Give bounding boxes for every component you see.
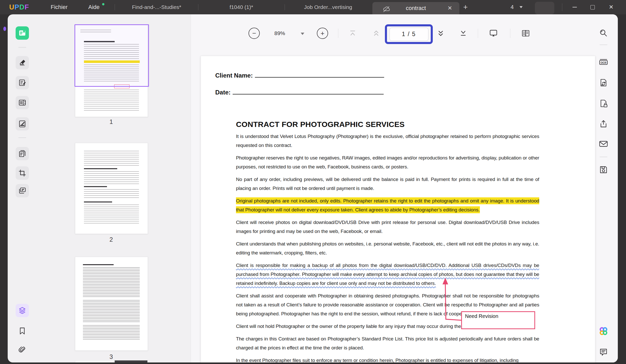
tab-find-and-studies[interactable]: Find-and-...-Studies* — [132, 0, 181, 14]
highlight-annotation[interactable]: Original photographs are not included, o… — [236, 197, 539, 213]
chevron-down-icon[interactable] — [520, 6, 523, 8]
thumbnail-viewport-indicator — [74, 24, 149, 87]
previous-page-button[interactable] — [372, 29, 380, 37]
logo-letter: U — [9, 3, 15, 11]
squiggly-underline-annotation[interactable]: Client is responsible for making a backu… — [236, 263, 539, 286]
maximize-icon — [590, 5, 595, 9]
tab-job-order[interactable]: Job Order...vertising — [304, 0, 352, 14]
rail-indicator-dot — [3, 27, 6, 31]
document-viewer: − 89% + 1 / 5 — [191, 14, 618, 362]
logo-letter: F — [25, 3, 29, 11]
account-button[interactable]: U — [535, 2, 554, 14]
share-icon[interactable] — [599, 120, 608, 128]
sidebar-item-thumbnails[interactable] — [16, 304, 29, 317]
convert-icon[interactable] — [599, 78, 608, 87]
protect-icon[interactable] — [599, 99, 608, 108]
email-icon[interactable] — [599, 140, 608, 147]
document-title: CONTRACT FOR PHOTOGRAPHIC SERVICES — [236, 120, 405, 129]
divider — [478, 29, 478, 38]
thumbnail-page-number: 2 — [75, 236, 147, 243]
page-thumbnail-1[interactable] — [75, 25, 148, 117]
presentation-mode-button[interactable] — [489, 29, 498, 37]
date-field: Date: — [215, 89, 384, 96]
zoom-out-button[interactable]: − — [249, 28, 260, 39]
page-thumbnail-2[interactable] — [75, 143, 148, 234]
search-icon[interactable] — [599, 29, 608, 37]
divider — [18, 137, 26, 138]
page-thumbnail-4-partial-content — [115, 360, 147, 362]
divider — [115, 4, 115, 10]
reading-mode-button[interactable] — [521, 29, 530, 37]
sidebar-item-slides[interactable] — [16, 184, 29, 197]
tab-contract-active[interactable]: contract ✕ — [372, 2, 459, 14]
date-blank-line — [233, 89, 384, 94]
tab-close-icon[interactable]: ✕ — [448, 5, 452, 12]
maximize-button[interactable] — [587, 0, 598, 14]
divider — [510, 29, 510, 38]
logo-letter: P — [15, 3, 19, 11]
paragraph: No part of any order, including previews… — [236, 175, 539, 193]
notification-dot — [102, 3, 104, 5]
zoom-in-button[interactable]: + — [317, 28, 328, 39]
zoom-level-label[interactable]: 89% — [274, 30, 285, 36]
sidebar-item-crop[interactable] — [16, 166, 29, 180]
paragraph: It is understood that Velvet Lotus Photo… — [236, 132, 539, 150]
minimize-icon — [573, 7, 577, 7]
ocr-icon[interactable]: OCR — [599, 58, 608, 66]
svg-text:OCR: OCR — [601, 61, 607, 64]
divider — [198, 4, 198, 10]
sidebar-item-sign[interactable] — [16, 117, 29, 131]
last-page-button[interactable] — [459, 29, 467, 37]
client-name-field: Client Name: — [215, 72, 384, 79]
client-name-label: Client Name: — [215, 72, 253, 79]
divider — [18, 47, 26, 48]
thumbnail-panel: 1 2 3 — [31, 14, 191, 362]
content-shell: 1 2 3 — [8, 14, 618, 362]
first-page-button[interactable] — [349, 29, 357, 37]
divider — [562, 3, 562, 11]
sidebar-item-attachments[interactable] — [16, 344, 29, 357]
next-page-button[interactable] — [437, 29, 445, 37]
paragraph: Client will receive photos on digital do… — [236, 218, 539, 236]
cloud-off-icon — [383, 6, 390, 13]
client-name-blank-line — [255, 72, 384, 78]
paragraph: Client understands that when publishing … — [236, 239, 539, 257]
menu-fichier[interactable]: Fichier — [51, 0, 68, 14]
save-icon[interactable] — [599, 166, 608, 174]
paragraph-squiggly: Client is responsible for making a backu… — [236, 261, 539, 288]
page-indicator-focus-highlight: 1 / 5 — [385, 24, 433, 44]
paragraph: The charges in this Contract are based o… — [236, 334, 539, 352]
paragraph: In the event Photographer files suit to … — [236, 356, 539, 362]
titlebar: U P D F Fichier Aide Find-and-...-Studie… — [0, 0, 626, 14]
ai-assistant-icon[interactable] — [598, 326, 609, 336]
thumbnail-page-number: 3 — [75, 353, 147, 360]
need-revision-note[interactable]: Need Revision — [461, 311, 535, 329]
sidebar-item-form[interactable] — [16, 96, 29, 109]
tab-f1040[interactable]: f1040 (1)* — [230, 0, 253, 14]
sidebar-item-edit[interactable] — [16, 76, 29, 89]
tab-title: contract — [406, 5, 426, 12]
divider — [338, 29, 338, 38]
minimize-button[interactable] — [569, 0, 580, 14]
page-number-input[interactable]: 1 / 5 — [390, 28, 428, 41]
sidebar-item-organize-pages[interactable] — [16, 147, 29, 160]
page-thumbnail-3[interactable] — [75, 257, 148, 351]
paragraph-highlighted: Original photographs are not included, o… — [236, 196, 539, 214]
updf-logo: U P D F — [9, 0, 29, 14]
sidebar-item-comment[interactable] — [16, 56, 29, 69]
comments-icon[interactable] — [599, 348, 608, 356]
sidebar-item-reader[interactable] — [16, 26, 29, 40]
zoom-caret-icon[interactable] — [301, 33, 304, 35]
paragraph: Photographer reserves the right to use n… — [236, 153, 539, 171]
menu-aide[interactable]: Aide — [88, 0, 100, 14]
pdf-page[interactable]: Client Name: Date: CONTRACT FOR PHOTOGRA… — [201, 56, 595, 362]
divider — [285, 4, 285, 10]
divider — [600, 157, 607, 157]
tab-count-label[interactable]: 4 — [511, 0, 514, 14]
close-button[interactable]: ✕ — [605, 0, 617, 14]
sidebar-item-bookmarks[interactable] — [16, 324, 29, 338]
note-text: Need Revision — [465, 313, 498, 319]
divider — [600, 45, 607, 45]
new-tab-button[interactable]: + — [463, 0, 468, 14]
logo-letter: D — [19, 3, 25, 11]
